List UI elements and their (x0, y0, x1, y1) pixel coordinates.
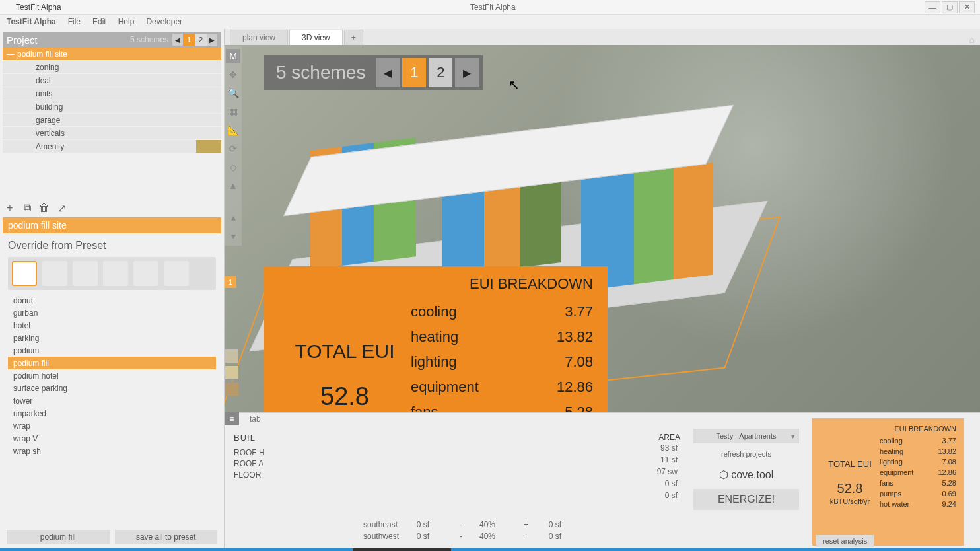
glazing-row-sw: southwest 0 sf - 40% + 0 sf (363, 531, 561, 542)
tool-m[interactable]: M (226, 49, 240, 63)
reset-analysis-button[interactable]: reset analysis (816, 535, 874, 547)
energize-button[interactable]: ENERGIZE! (693, 489, 799, 510)
add-button[interactable]: + (4, 202, 16, 214)
tool-rotate-icon[interactable]: ⟳ (226, 141, 240, 156)
minimize-button[interactable]: — (925, 1, 940, 13)
preset-podium-fill[interactable]: podium fill (8, 357, 216, 369)
glz-minus-2[interactable]: - (436, 532, 462, 541)
preset-type-6[interactable] (164, 261, 189, 286)
tree-item-deal[interactable]: deal (3, 74, 221, 87)
glz-plus-2[interactable]: + (502, 532, 528, 541)
project-title: Project (7, 34, 130, 46)
tool-shape-icon[interactable]: ◇ (226, 160, 240, 174)
eui-sm-equipment-l: equipment (880, 468, 913, 476)
preset-type-1[interactable] (12, 261, 37, 286)
tree-item-zoning[interactable]: zoning (3, 61, 221, 73)
eui-sm-bd-title: EUI BREAKDOWN (880, 425, 956, 433)
delete-button[interactable]: 🗑 (38, 202, 50, 214)
cove-project-dropdown[interactable]: Testy - Apartments (693, 429, 799, 443)
section-header: podium fill site (3, 217, 221, 233)
preset-type-5[interactable] (133, 261, 158, 286)
3d-viewport[interactable]: M ✥ 🔍 ▦ 📐 ⟳ ◇ ▲ ▴ ▾ 1 5 schemes ◀ (225, 45, 980, 551)
tool-grid-icon[interactable]: ▦ (226, 104, 240, 119)
scheme-overlay-page-1[interactable]: 1 (402, 58, 426, 87)
preset-hotel[interactable]: hotel (8, 319, 216, 332)
save-all-preset-button[interactable]: save all to preset (115, 530, 218, 544)
texture-1[interactable] (225, 349, 239, 363)
tab-3d-view[interactable]: 3D view (289, 30, 343, 45)
glz-plus[interactable]: + (502, 520, 528, 529)
tool-down-icon[interactable]: ▾ (226, 229, 240, 243)
bottom-menu-button[interactable]: ≡ (225, 412, 239, 425)
preset-parking[interactable]: parking (8, 332, 216, 344)
tree-item-building[interactable]: building (3, 100, 221, 113)
glz-minus[interactable]: - (436, 520, 462, 529)
glz-sw-pct: 40% (469, 532, 495, 541)
tree-item-verticals[interactable]: verticals (3, 127, 221, 139)
preset-podium[interactable]: podium (8, 344, 216, 357)
eui-sm-equipment-v: 12.86 (938, 468, 956, 476)
area-row-4: 0 sf (561, 490, 680, 501)
building-column: BUIL ROOF H ROOF A FLOOR (225, 413, 363, 551)
eui-row-heating-label: heating (411, 328, 458, 346)
home-icon[interactable]: ⌂ (969, 34, 975, 45)
glz-se-dir: southeast (363, 520, 396, 529)
menu-file[interactable]: File (68, 17, 81, 26)
preset-unparked[interactable]: unparked (8, 407, 216, 420)
tree-item-garage[interactable]: garage (3, 114, 221, 126)
expand-button[interactable]: ⤢ (55, 202, 67, 214)
close-button[interactable]: ✕ (959, 1, 975, 13)
level-indicator[interactable]: 1 (225, 276, 236, 288)
tab-plan-view[interactable]: plan view (230, 30, 288, 45)
scheme-next-button[interactable]: ▶ (207, 34, 217, 46)
preset-podium-hotel[interactable]: podium hotel (8, 369, 216, 382)
scheme-page-1[interactable]: 1 (183, 34, 195, 46)
tool-move-icon[interactable]: ✥ (226, 67, 240, 82)
preset-wrap[interactable]: wrap (8, 420, 216, 432)
eui-breakdown-title: EUI BREAKDOWN (411, 276, 593, 293)
scheme-overlay-page-2[interactable]: 2 (429, 58, 452, 87)
project-toolbar: + ⧉ 🗑 ⤢ (3, 199, 221, 217)
scheme-overlay-label: 5 schemes (267, 62, 374, 83)
tree-item-units[interactable]: units (3, 87, 221, 100)
cove-logo-text: cove.tool (731, 469, 773, 480)
cove-logo: ⬡ cove.tool (719, 468, 774, 481)
tool-measure-icon[interactable]: 📐 (226, 123, 240, 137)
tree-root[interactable]: — podium fill site (3, 48, 221, 60)
preset-wrap-sh[interactable]: wrap sh (8, 445, 216, 457)
preset-type-2[interactable] (42, 261, 67, 286)
preset-type-3[interactable] (73, 261, 98, 286)
tree-item-amenity[interactable]: Amenity (3, 140, 221, 153)
preset-gurban[interactable]: gurban (8, 307, 216, 319)
area-row-2: 97 sw (561, 466, 680, 478)
eui-row-cooling-value: 3.77 (565, 303, 593, 320)
texture-2[interactable] (225, 365, 239, 380)
tool-zoom-icon[interactable]: 🔍 (226, 86, 240, 100)
tool-tree-icon[interactable]: ▲ (226, 178, 240, 193)
apply-preset-button[interactable]: podium fill (7, 530, 110, 544)
window-title: TestFit Alpha (470, 3, 516, 12)
eui-row-lighting-value: 7.08 (565, 353, 593, 371)
scheme-page-2[interactable]: 2 (195, 34, 207, 46)
cove-column: Testy - Apartments refresh projects ⬡ co… (680, 413, 812, 551)
progress-bar (0, 548, 980, 551)
tool-up-icon[interactable]: ▴ (226, 210, 240, 225)
scheme-overlay-next[interactable]: ▶ (455, 58, 479, 87)
scheme-prev-button[interactable]: ◀ (172, 34, 183, 46)
refresh-projects-button[interactable]: refresh projects (693, 447, 799, 460)
tab-add-button[interactable]: + (344, 30, 363, 45)
menu-edit[interactable]: Edit (92, 17, 106, 26)
texture-3[interactable] (225, 382, 239, 396)
scheme-overlay-prev[interactable]: ◀ (376, 58, 400, 87)
bottom-tab-label[interactable]: tab (243, 412, 267, 425)
menu-help[interactable]: Help (118, 17, 135, 26)
eui-sm-fans-l: fans (880, 479, 893, 487)
preset-wrap-v[interactable]: wrap V (8, 432, 216, 445)
preset-surface-parking[interactable]: surface parking (8, 382, 216, 394)
menu-developer[interactable]: Developer (146, 17, 182, 26)
preset-tower[interactable]: tower (8, 394, 216, 407)
preset-type-4[interactable] (103, 261, 128, 286)
preset-donut[interactable]: donut (8, 294, 216, 307)
copy-button[interactable]: ⧉ (21, 202, 33, 214)
maximize-button[interactable]: ▢ (942, 1, 958, 13)
